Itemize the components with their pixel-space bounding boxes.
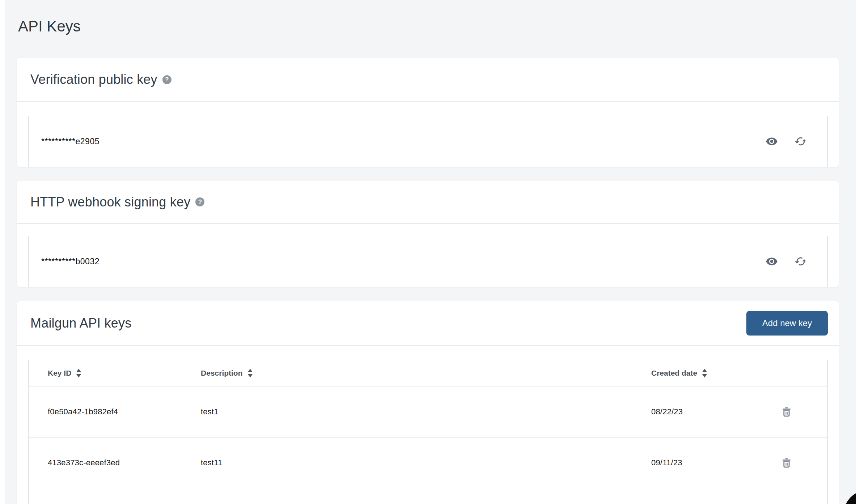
key-id-cell: f0e50a42-1b982ef4	[29, 407, 201, 417]
card-title: HTTP webhook signing key	[30, 195, 190, 210]
card-title: Verification public key	[30, 72, 157, 87]
page-title: API Keys	[18, 17, 839, 35]
eye-icon	[766, 135, 778, 148]
webhook-signing-key-card: HTTP webhook signing key ? **********b00…	[17, 181, 839, 287]
refresh-icon	[794, 135, 807, 148]
mailgun-api-keys-card: Mailgun API keys Add new key Key ID	[17, 301, 839, 504]
created-date-cell: 09/11/23	[651, 458, 745, 467]
field-actions	[766, 135, 807, 148]
description-cell: test1	[201, 407, 651, 417]
sort-icon	[247, 369, 253, 377]
trash-icon[interactable]	[780, 406, 793, 418]
table-row: 413e373c-eeeef3ed test11 09/11/23	[29, 437, 827, 488]
webhook-key-field: **********b0032	[28, 236, 828, 287]
question-icon[interactable]: ?	[162, 75, 171, 84]
field-actions	[766, 255, 807, 268]
column-header-key-id[interactable]: Key ID	[48, 369, 81, 377]
refresh-icon[interactable]	[794, 255, 807, 268]
card-header: HTTP webhook signing key ?	[17, 181, 839, 224]
add-new-key-button[interactable]: Add new key	[746, 311, 828, 336]
api-keys-table: Key ID Description Cre	[28, 360, 828, 504]
column-label: Created date	[651, 369, 697, 377]
masked-key-value: **********b0032	[41, 257, 99, 266]
created-date-cell: 08/22/23	[651, 407, 745, 417]
column-header-description[interactable]: Description	[201, 369, 253, 377]
verification-public-key-card: Verification public key ? **********e290…	[17, 58, 839, 167]
masked-key-value: **********e2905	[41, 137, 99, 146]
trash-icon	[781, 457, 792, 469]
sort-icon	[702, 369, 707, 377]
eye-icon[interactable]	[766, 255, 778, 268]
trash-icon[interactable]	[780, 457, 793, 469]
question-icon[interactable]: ?	[195, 197, 204, 206]
card-body: Key ID Description Cre	[17, 360, 839, 504]
api-keys-page: API Keys Verification public key ? *****…	[0, 0, 856, 504]
main-content: API Keys Verification public key ? *****…	[17, 0, 839, 504]
column-label: Description	[201, 369, 243, 377]
refresh-icon[interactable]	[794, 135, 807, 148]
column-header-created-date[interactable]: Created date	[651, 369, 707, 377]
sort-icon	[76, 369, 81, 377]
table-row: f0e50a42-1b982ef4 test1 08/22/23	[29, 386, 827, 437]
card-body: **********b0032	[17, 236, 839, 287]
card-body: **********e2905	[17, 116, 839, 167]
chat-bubble[interactable]	[844, 490, 856, 504]
left-edge-strip	[0, 0, 5, 504]
trash-icon	[781, 406, 792, 418]
eye-icon	[766, 255, 778, 268]
description-cell: test11	[201, 458, 651, 467]
key-id-cell: 413e373c-eeeef3ed	[29, 458, 201, 467]
verification-key-field: **********e2905	[28, 116, 828, 167]
refresh-icon	[794, 255, 807, 268]
column-label: Key ID	[48, 369, 71, 377]
table-header-row: Key ID Description Cre	[29, 360, 827, 386]
card-title: Mailgun API keys	[30, 316, 131, 331]
eye-icon[interactable]	[766, 135, 778, 148]
card-header: Verification public key ?	[17, 58, 839, 102]
card-header: Mailgun API keys Add new key	[17, 301, 839, 346]
